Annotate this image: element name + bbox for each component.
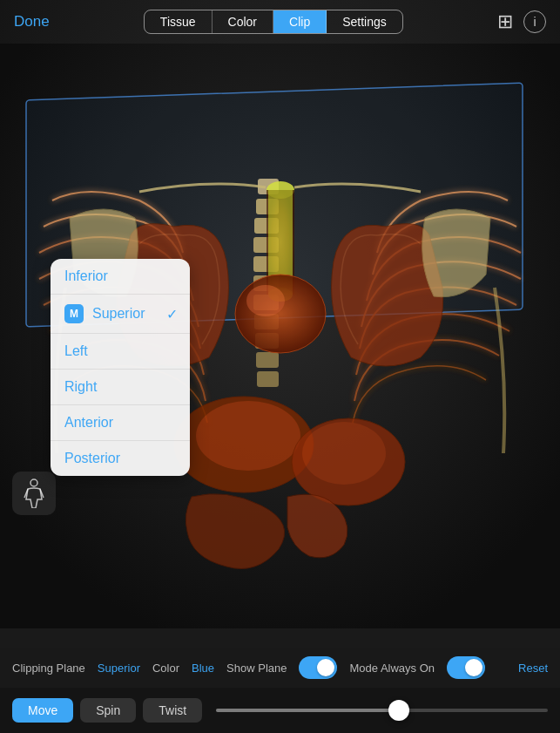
checkmark-icon: ✓ [166,306,178,322]
svg-point-19 [174,397,314,492]
svg-rect-2 [258,179,279,194]
move-button[interactable]: Move [12,698,73,723]
anterior-label: Anterior [64,415,176,431]
spin-button[interactable]: Spin [80,698,136,723]
show-plane-toggle-knob [317,659,334,676]
mode-label: Mode Always On [349,662,435,675]
svg-rect-6 [253,256,279,272]
svg-rect-15 [268,190,293,295]
human-figure-icon[interactable] [12,472,56,515]
svg-point-23 [30,479,37,486]
svg-rect-12 [257,371,279,387]
action-slider[interactable] [216,709,548,712]
slider-thumb[interactable] [388,700,409,721]
viewport[interactable]: Inferior M Superior ✓ Left Right Anterio… [0,0,560,628]
mode-toggle-knob [465,659,482,676]
tab-settings[interactable]: Settings [327,10,402,33]
header: Done Tissue Color Clip Settings ⊞ i [0,0,560,44]
reset-button[interactable]: Reset [518,662,548,675]
dropdown-item-anterior[interactable]: Anterior [51,405,190,441]
posterior-label: Posterior [64,451,176,466]
svg-point-16 [268,288,293,302]
svg-rect-11 [256,352,279,368]
tab-tissue[interactable]: Tissue [145,10,213,33]
mode-toggle[interactable] [447,656,485,679]
svg-rect-4 [254,218,279,234]
svg-rect-10 [255,333,279,349]
svg-rect-9 [254,314,279,329]
viewport-background: Inferior M Superior ✓ Left Right Anterio… [0,0,560,628]
show-plane-label: Show Plane [226,662,287,675]
action-bar: Move Spin Twist [0,688,560,733]
color-label: Color [152,662,179,675]
bottom-status-bar: Clipping Plane Superior Color Blue Show … [0,648,560,688]
svg-point-13 [267,181,294,199]
svg-point-21 [292,418,405,506]
twist-button[interactable]: Twist [143,698,202,723]
document-icon[interactable]: ⊞ [497,10,513,33]
show-plane-toggle[interactable] [299,656,337,679]
svg-rect-8 [253,295,279,310]
svg-point-22 [302,422,386,485]
slider-fill [216,709,398,712]
svg-rect-5 [253,237,279,253]
svg-point-20 [196,401,300,471]
clip-plane-dropdown: Inferior M Superior ✓ Left Right Anterio… [51,259,190,476]
color-value[interactable]: Blue [192,662,214,675]
header-icons: ⊞ i [497,10,546,33]
dropdown-item-inferior[interactable]: Inferior [51,259,190,295]
left-label: Left [64,343,176,359]
right-label: Right [64,379,176,395]
svg-rect-3 [256,199,279,214]
dropdown-item-posterior[interactable]: Posterior [51,441,190,476]
svg-rect-7 [253,275,279,291]
tab-color[interactable]: Color [213,10,273,33]
dropdown-item-left[interactable]: Left [51,334,190,370]
svg-rect-14 [267,190,294,295]
superior-m-badge: M [64,304,84,323]
tab-bar: Tissue Color Clip Settings [144,10,403,34]
superior-label: Superior [92,306,176,322]
done-button[interactable]: Done [14,13,50,31]
dropdown-item-superior[interactable]: M Superior ✓ [51,295,190,334]
clipping-plane-value[interactable]: Superior [98,662,140,675]
dropdown-item-right[interactable]: Right [51,370,190,405]
inferior-label: Inferior [64,268,176,284]
info-icon[interactable]: i [523,10,546,33]
svg-point-18 [246,285,285,316]
clipping-plane-label: Clipping Plane [12,662,85,675]
svg-point-17 [235,275,326,353]
tab-clip[interactable]: Clip [273,10,327,33]
